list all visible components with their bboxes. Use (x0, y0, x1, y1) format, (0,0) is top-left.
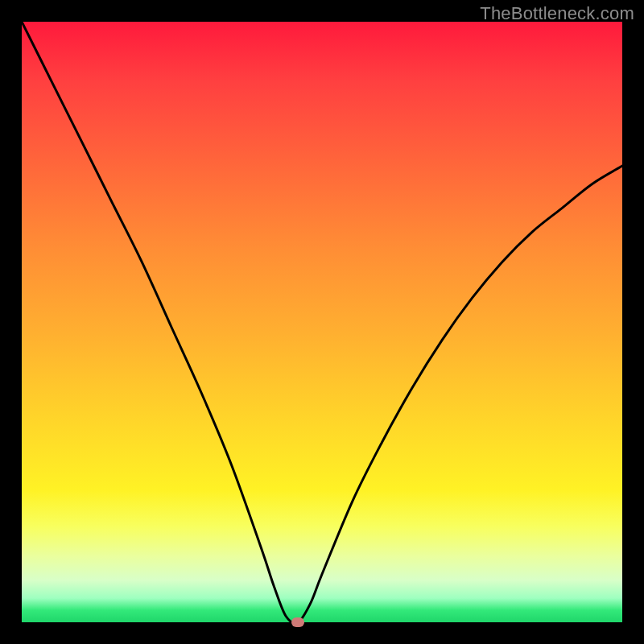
watermark-text: TheBottleneck.com (480, 3, 634, 24)
optimum-marker (291, 617, 304, 627)
chart-frame: TheBottleneck.com (0, 0, 644, 644)
plot-area (22, 22, 622, 622)
bottleneck-curve (22, 22, 622, 622)
